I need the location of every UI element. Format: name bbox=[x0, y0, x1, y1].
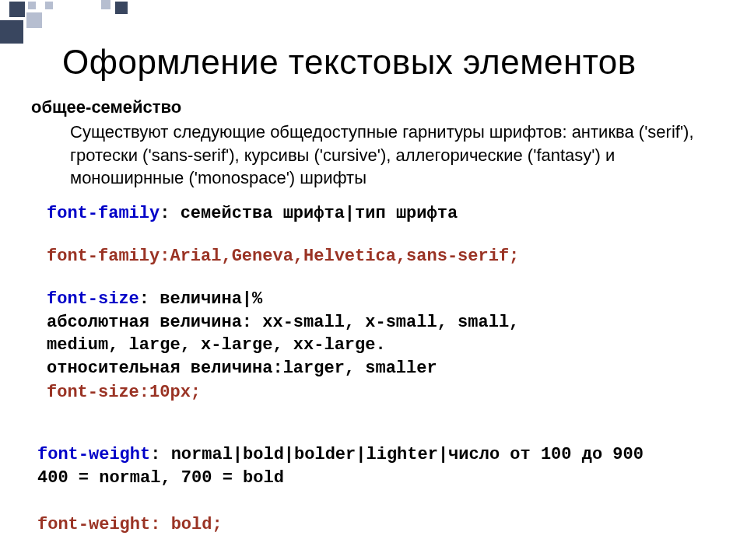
section-body: Существуют следующие общедоступные гарни… bbox=[70, 121, 700, 190]
deco-square bbox=[101, 0, 110, 9]
slide-title: Оформление текстовых элементов bbox=[62, 43, 724, 82]
deco-square bbox=[9, 2, 25, 17]
code-text-line: 400 = normal, 700 = bold bbox=[37, 468, 284, 488]
code-font-family-example: font-family:Arial,Geneva,Helvetica,sans-… bbox=[47, 245, 716, 268]
code-text-line: относительная величина:larger, smaller bbox=[47, 359, 437, 378]
code-text-line: абсолютная величина: xx-small, x-small, … bbox=[47, 313, 519, 332]
css-property: font-weight bbox=[37, 445, 150, 464]
css-value: : normal|bold|bolder|lighter|число от 10… bbox=[150, 445, 644, 464]
css-value: : величина|% bbox=[139, 289, 262, 309]
deco-square bbox=[45, 2, 53, 9]
css-property: font-size bbox=[47, 289, 139, 309]
slide: Оформление текстовых элементов общее-сем… bbox=[0, 0, 747, 560]
css-value: : семейства шрифта|тип шрифта bbox=[160, 204, 458, 223]
css-example: font-weight: bold; bbox=[37, 515, 223, 534]
css-property: font-family bbox=[47, 204, 160, 223]
code-text-line: medium, large, x-large, xx-large. bbox=[47, 335, 386, 355]
code-font-size-block: font-size: величина|% абсолютная величин… bbox=[47, 288, 716, 380]
css-example: font-size:10px; bbox=[47, 383, 201, 402]
code-font-size-example: font-size:10px; bbox=[47, 381, 716, 404]
code-font-weight-block: font-weight: normal|bold|bolder|lighter|… bbox=[37, 443, 716, 489]
deco-square bbox=[26, 12, 42, 28]
deco-square bbox=[28, 2, 36, 9]
deco-square bbox=[0, 20, 23, 44]
section-heading: общее-семейство bbox=[31, 97, 181, 117]
deco-square bbox=[115, 2, 128, 14]
decorative-squares bbox=[0, 0, 202, 39]
css-example: font-family:Arial,Geneva,Helvetica,sans-… bbox=[47, 247, 519, 266]
code-font-weight-example: font-weight: bold; bbox=[37, 513, 716, 537]
code-font-family-syntax: font-family: семейства шрифта|тип шрифта bbox=[47, 202, 716, 226]
